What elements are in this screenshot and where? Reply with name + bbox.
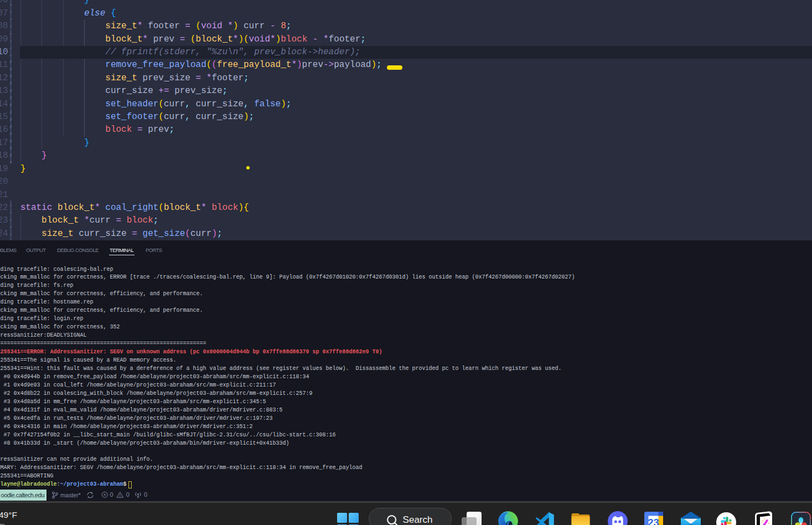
svg-text:23: 23	[648, 517, 659, 525]
